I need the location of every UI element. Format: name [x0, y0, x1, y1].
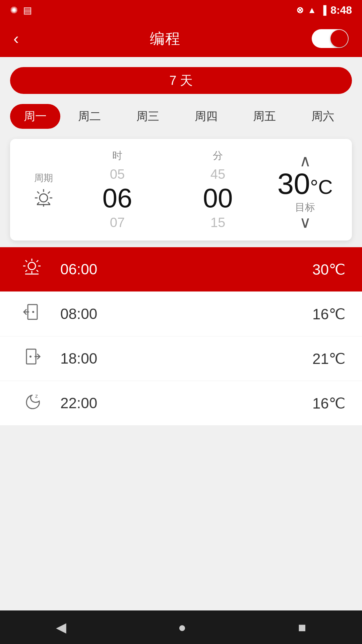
day-tabs: 周一 周二 周三 周四 周五 周六	[0, 97, 362, 136]
temp-up-button[interactable]: ∧	[299, 153, 311, 169]
days-pill[interactable]: 7 天	[10, 67, 352, 94]
schedule-temp-0: 30℃	[312, 261, 345, 278]
signal-icon: ▲	[308, 5, 316, 15]
status-bar: ✺ ▤ ⊗ ▲ ▐ 8:48	[0, 0, 362, 20]
tab-thursday[interactable]: 周四	[177, 105, 235, 127]
sun-icon	[34, 188, 54, 208]
minute-label: 分	[213, 149, 223, 163]
schedule-time-1: 08:00	[60, 306, 312, 322]
minute-above: 45	[210, 166, 226, 182]
page-title: 编程	[150, 29, 181, 49]
bottom-nav: ◀ ● ■	[0, 610, 362, 644]
schedule-time-3: 22:00	[60, 395, 312, 412]
svg-line-8	[37, 202, 39, 204]
schedule-row-0[interactable]: 06:00 30℃	[0, 247, 362, 292]
schedule-row-1[interactable]: 08:00 16℃	[0, 292, 362, 336]
battery-icon: ▐	[320, 5, 326, 15]
time-picker-card: 周期 时 05 06 07	[10, 139, 352, 240]
temp-picker: ∧ 30°C 目标 ∨	[272, 153, 339, 227]
nav-menu-button[interactable]: ■	[298, 620, 306, 635]
hour-column: 05 06 07	[103, 166, 132, 230]
schedule-time-2: 18:00	[60, 350, 312, 367]
minute-current: 00	[203, 183, 233, 213]
sim-icon: ▤	[23, 5, 32, 16]
tab-friday[interactable]: 周五	[235, 105, 294, 127]
tab-tuesday[interactable]: 周二	[60, 105, 119, 127]
schedule-time-0: 06:00	[60, 261, 312, 278]
svg-line-5	[37, 192, 39, 194]
schedule-list: 06:00 30℃ 08:00 16℃	[0, 247, 362, 426]
spinner-icon: ✺	[10, 5, 18, 16]
status-icons: ✺ ▤	[10, 5, 32, 16]
back-button[interactable]: ‹	[13, 31, 19, 47]
temp-value: 30°C	[277, 169, 333, 199]
clock: 8:48	[330, 4, 352, 16]
schedule-temp-2: 21℃	[312, 350, 345, 367]
hour-below: 07	[110, 214, 125, 230]
svg-point-10	[28, 262, 36, 270]
door-in-icon	[17, 302, 47, 326]
svg-line-6	[48, 202, 50, 204]
svg-line-16	[37, 270, 38, 272]
status-right: ⊗ ▲ ▐ 8:48	[296, 4, 352, 16]
svg-point-0	[40, 194, 48, 202]
wifi-icon: ⊗	[296, 5, 304, 15]
svg-point-22	[32, 311, 34, 313]
hour-above: 05	[110, 166, 125, 182]
schedule-row-2[interactable]: 18:00 21℃	[0, 336, 362, 381]
content-area: 7 天 周一 周二 周三 周四 周五 周六 周期	[0, 57, 362, 644]
nav-back-button[interactable]: ◀	[56, 620, 66, 635]
hour-current: 06	[103, 183, 132, 213]
svg-point-25	[29, 356, 32, 358]
minute-column: 45 00 15	[203, 166, 233, 230]
days-pill-wrap: 7 天	[0, 57, 362, 97]
hour-picker[interactable]: 时 05 06 07	[70, 149, 164, 230]
schedule-temp-1: 16℃	[312, 306, 345, 323]
schedule-row-3[interactable]: z 22:00 16℃	[0, 381, 362, 426]
temp-label-text: 目标	[277, 201, 333, 214]
temp-display: 30°C 目标	[277, 169, 333, 214]
tab-wednesday[interactable]: 周三	[119, 105, 177, 127]
minute-picker[interactable]: 分 45 00 15	[171, 149, 265, 230]
nav-home-button[interactable]: ●	[178, 620, 186, 635]
temp-down-button[interactable]: ∨	[299, 214, 311, 230]
minute-below: 15	[210, 214, 226, 230]
days-label: 7 天	[169, 72, 193, 89]
header: ‹ 编程	[0, 20, 362, 57]
picker-period: 周期	[23, 172, 64, 208]
svg-line-7	[48, 192, 50, 194]
tab-monday[interactable]: 周一	[10, 104, 60, 129]
svg-line-15	[25, 260, 27, 262]
svg-line-17	[37, 260, 38, 262]
door-out-icon	[17, 346, 47, 371]
enable-toggle[interactable]	[312, 29, 349, 48]
schedule-temp-3: 16℃	[312, 395, 345, 412]
sun-schedule-icon	[17, 257, 47, 281]
svg-line-18	[25, 270, 27, 272]
tab-saturday[interactable]: 周六	[294, 105, 352, 127]
moon-icon: z	[17, 391, 47, 415]
toggle-knob	[330, 30, 348, 47]
svg-text:z: z	[35, 393, 38, 399]
period-label: 周期	[34, 172, 53, 184]
hour-label: 时	[112, 149, 122, 163]
